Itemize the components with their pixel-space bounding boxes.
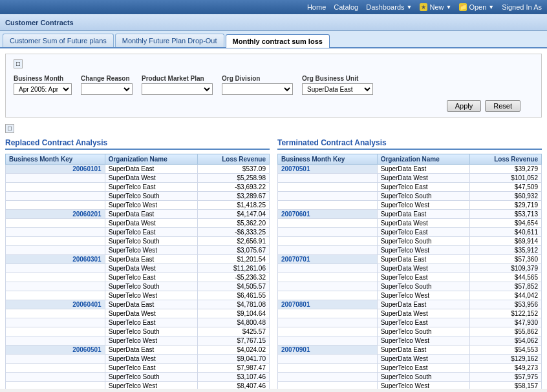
replaced-col-key: Business Month Key xyxy=(6,154,105,165)
terminated-key-cell: 20070801 xyxy=(278,300,378,309)
terminated-key-cell xyxy=(278,382,378,389)
replaced-key-cell xyxy=(6,282,105,291)
product-market-select[interactable] xyxy=(142,83,213,95)
replaced-org-cell: SuperData East xyxy=(105,165,198,174)
replaced-col-org: Organization Name xyxy=(105,154,198,165)
terminated-key-cell xyxy=(278,309,378,318)
terminated-amount-cell: $122,152 xyxy=(470,309,542,318)
terminated-amount-cell: $58,157 xyxy=(470,382,542,389)
replaced-amount-cell: $11,261.06 xyxy=(198,264,270,273)
terminated-table: Business Month Key Organization Name Los… xyxy=(277,154,542,389)
replaced-amount-cell: $3,107.46 xyxy=(198,373,270,382)
table-row: SuperTelco East-$3,693.22 xyxy=(6,183,270,192)
org-division-select[interactable] xyxy=(222,83,293,95)
terminated-org-cell: SuperTelco South xyxy=(377,373,470,382)
table-row: SuperTelco East$4,800.48 xyxy=(6,318,270,327)
table-row: 20060301SuperData East$1,201.54 xyxy=(6,255,270,264)
terminated-key-cell xyxy=(278,201,378,210)
terminated-contract-section: Terminated Contract Analysis Business Mo… xyxy=(277,138,542,389)
change-reason-select[interactable] xyxy=(81,83,133,95)
replaced-key-cell xyxy=(6,264,105,273)
terminated-title: Terminated Contract Analysis xyxy=(277,138,542,150)
table-row: SuperTelco South$3,289.67 xyxy=(6,192,270,201)
svg-text:★: ★ xyxy=(421,4,426,10)
table-row: SuperTelco West$44,042 xyxy=(278,291,542,300)
terminated-key-cell xyxy=(278,355,378,364)
table-row: 20060201SuperData East$4,147.04 xyxy=(6,210,270,219)
collapse-analysis-icon[interactable]: □ xyxy=(5,124,14,133)
table-row: SuperData West$129,162 xyxy=(278,355,542,364)
replaced-key-cell xyxy=(6,382,105,389)
nav-catalog[interactable]: Catalog xyxy=(334,3,358,11)
table-row: SuperTelco West$54,062 xyxy=(278,336,542,346)
org-business-unit-select[interactable]: SuperData East xyxy=(302,83,373,95)
table-row: SuperTelco West$1,418.25 xyxy=(6,201,270,210)
business-month-select[interactable]: Apr 2005: Apr 2I xyxy=(14,83,72,95)
terminated-amount-cell: $55,862 xyxy=(470,327,542,336)
terminated-key-cell xyxy=(278,246,378,255)
terminated-org-cell: SuperData West xyxy=(377,174,470,183)
replaced-key-cell: 20060301 xyxy=(6,255,105,264)
replaced-org-cell: SuperData East xyxy=(105,300,198,309)
terminated-key-cell xyxy=(278,264,378,273)
terminated-amount-cell: $47,509 xyxy=(470,183,542,192)
reset-button[interactable]: Reset xyxy=(485,100,520,112)
table-row: SuperTelco South$69,914 xyxy=(278,237,542,246)
terminated-amount-cell: $109,379 xyxy=(470,264,542,273)
replaced-key-cell xyxy=(6,327,105,336)
terminated-org-cell: SuperData West xyxy=(377,264,470,273)
nav-open[interactable]: 📁 Open ▼ xyxy=(459,3,494,11)
terminated-org-cell: SuperTelco South xyxy=(377,192,470,201)
table-row: SuperTelco East$40,611 xyxy=(278,228,542,237)
replaced-title: Replaced Contract Analysis xyxy=(5,138,270,150)
terminated-amount-cell: $57,360 xyxy=(470,255,542,264)
replaced-key-cell xyxy=(6,228,105,237)
replaced-key-cell xyxy=(6,183,105,192)
replaced-amount-cell: $6,461.55 xyxy=(198,291,270,300)
terminated-amount-cell: $53,713 xyxy=(470,210,542,219)
table-row: SuperTelco West$58,157 xyxy=(278,382,542,389)
tab-customer-sum[interactable]: Customer Sum of Future plans xyxy=(3,34,114,47)
table-row: SuperTelco South$3,107.46 xyxy=(6,373,270,382)
replaced-org-cell: SuperTelco West xyxy=(105,291,198,300)
replaced-key-cell xyxy=(6,273,105,282)
terminated-org-cell: SuperTelco West xyxy=(377,291,470,300)
terminated-amount-cell: $35,912 xyxy=(470,246,542,255)
replaced-org-cell: SuperTelco East xyxy=(105,364,198,373)
terminated-org-cell: SuperTelco West xyxy=(377,246,470,255)
collapse-filter-icon[interactable]: □ xyxy=(14,59,23,68)
tab-monthly-contract[interactable]: Monthly contract sum loss xyxy=(226,34,330,48)
replaced-key-cell xyxy=(6,192,105,201)
replaced-key-cell xyxy=(6,174,105,183)
filter-row: Business Month Apr 2005: Apr 2I Change R… xyxy=(14,75,533,95)
nav-new[interactable]: ★ New ▼ xyxy=(420,3,451,11)
nav-dashboards[interactable]: Dashboards ▼ xyxy=(366,3,412,11)
apply-button[interactable]: Apply xyxy=(447,100,482,112)
nav-home[interactable]: Home xyxy=(307,3,326,11)
filter-change-reason: Change Reason xyxy=(81,75,133,95)
table-row: SuperData West$9,041.70 xyxy=(6,355,270,364)
terminated-org-cell: SuperTelco South xyxy=(377,282,470,291)
terminated-org-cell: SuperTelco East xyxy=(377,364,470,373)
replaced-key-cell xyxy=(6,219,105,228)
table-row: SuperData West$9,104.64 xyxy=(6,309,270,318)
replaced-key-cell xyxy=(6,336,105,346)
replaced-key-cell: 20060501 xyxy=(6,346,105,355)
table-row: 20070801SuperData East$53,956 xyxy=(278,300,542,309)
terminated-key-cell: 20070501 xyxy=(278,165,378,174)
terminated-amount-cell: $54,062 xyxy=(470,336,542,346)
tab-monthly-future[interactable]: Monthly Future Plan Drop-Out xyxy=(115,34,224,47)
terminated-amount-cell: $60,932 xyxy=(470,192,542,201)
org-division-label: Org Division xyxy=(222,75,293,82)
table-row: SuperTelco East$47,930 xyxy=(278,318,542,327)
replaced-amount-cell: $3,289.67 xyxy=(198,192,270,201)
table-row: SuperData West$122,152 xyxy=(278,309,542,318)
terminated-key-cell xyxy=(278,219,378,228)
terminated-org-cell: SuperTelco East xyxy=(377,273,470,282)
terminated-org-cell: SuperTelco West xyxy=(377,201,470,210)
terminated-key-cell xyxy=(278,237,378,246)
nav-signed-in: Signed In As xyxy=(502,3,542,11)
replaced-org-cell: SuperTelco East xyxy=(105,273,198,282)
replaced-org-cell: SuperTelco East xyxy=(105,183,198,192)
terminated-org-cell: SuperTelco East xyxy=(377,183,470,192)
